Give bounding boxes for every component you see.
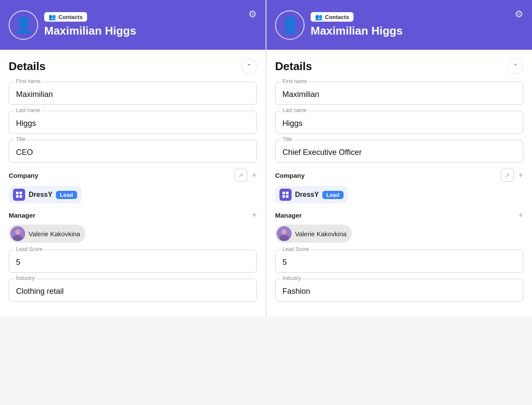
left-company-actions: ↗ + <box>234 169 257 182</box>
right-manager-avatar <box>277 226 292 241</box>
left-details-title: Details <box>9 60 45 73</box>
svg-rect-10 <box>286 195 289 198</box>
left-contacts-icon: 👥 <box>49 13 56 20</box>
left-manager-section: Manager + Valerie Kakovkina <box>9 210 257 243</box>
left-section-header: Details ⌃ <box>9 58 257 74</box>
right-company-section: Company ↗ + <box>275 169 523 203</box>
right-company-name: DressY <box>295 191 319 199</box>
left-manager-chip[interactable]: Valerie Kakovkina <box>9 225 85 243</box>
right-gear-button[interactable]: ⚙ <box>515 9 523 20</box>
right-manager-chip[interactable]: Valerie Kakovkina <box>275 225 352 243</box>
left-gear-button[interactable]: ⚙ <box>248 9 257 20</box>
right-details-title: Details <box>275 60 312 73</box>
left-header-right: 👥 Contacts Maximilian Higgs <box>44 12 257 38</box>
left-lastname-value[interactable]: Higgs <box>16 117 250 128</box>
right-contacts-label: Contacts <box>325 14 349 20</box>
right-panel: 👤 👥 Contacts Maximilian Higgs ⚙ Details … <box>266 0 532 316</box>
right-manager-header: Manager + <box>275 210 523 220</box>
left-leadscore-value[interactable]: 5 <box>16 256 250 267</box>
left-leadscore-label: Lead Score <box>14 246 44 252</box>
left-lastname-label: Last name <box>14 107 42 113</box>
left-header-name: Maximilian Higgs <box>44 24 257 38</box>
right-lastname-value[interactable]: Higgs <box>282 117 516 128</box>
svg-rect-8 <box>286 192 289 194</box>
right-company-header: Company ↗ + <box>275 169 523 182</box>
right-avatar: 👤 <box>275 10 305 40</box>
left-contacts-badge[interactable]: 👥 Contacts <box>44 12 87 22</box>
left-manager-plus-icon: + <box>252 210 257 220</box>
right-contacts-icon: 👥 <box>315 13 322 20</box>
left-manager-label: Manager <box>9 212 36 219</box>
right-firstname-value[interactable]: Maximilian <box>282 88 516 99</box>
left-company-plus-icon: + <box>252 170 257 180</box>
right-manager-name: Valerie Kakovkina <box>295 230 347 238</box>
right-header: 👤 👥 Contacts Maximilian Higgs ⚙ <box>266 0 532 50</box>
right-leadscore-value[interactable]: 5 <box>282 256 516 267</box>
right-company-external-button[interactable]: ↗ <box>501 169 514 182</box>
left-industry-value[interactable]: Clothing retail <box>16 285 250 296</box>
right-firstname-label: First name <box>281 78 309 84</box>
left-lead-badge: Lead <box>56 191 77 199</box>
right-company-plus-icon: + <box>518 170 523 180</box>
right-header-right: 👥 Contacts Maximilian Higgs <box>311 12 523 38</box>
right-manager-plus-icon: + <box>518 210 523 220</box>
left-company-label: Company <box>9 172 38 179</box>
left-title-field: Title CEO <box>9 140 257 163</box>
svg-rect-9 <box>282 195 285 198</box>
left-company-add-button[interactable]: + <box>252 170 257 180</box>
left-firstname-field: First name Maximilian <box>9 82 257 105</box>
right-lead-badge: Lead <box>322 191 343 199</box>
right-manager-label: Manager <box>275 212 302 219</box>
left-manager-avatar <box>10 226 25 241</box>
right-company-chip[interactable]: DressY Lead <box>275 186 348 203</box>
right-contacts-badge[interactable]: 👥 Contacts <box>311 12 354 22</box>
right-company-grid-icon <box>279 189 292 201</box>
right-manager-add-button[interactable]: + <box>518 210 523 220</box>
right-industry-label: Industry <box>281 275 303 281</box>
left-manager-add-button[interactable]: + <box>252 210 257 220</box>
right-panel-body: Details ⌃ First name Maximilian Last nam… <box>266 50 532 316</box>
left-company-name: DressY <box>29 191 52 199</box>
left-company-chip[interactable]: DressY Lead <box>9 186 81 203</box>
left-leadscore-field: Lead Score 5 <box>9 250 257 273</box>
left-lastname-field: Last name Higgs <box>9 111 257 134</box>
left-firstname-label: First name <box>14 78 42 84</box>
left-industry-label: Industry <box>14 275 36 281</box>
left-external-icon: ↗ <box>238 172 243 179</box>
left-title-label: Title <box>14 136 27 142</box>
left-manager-name: Valerie Kakovkina <box>29 230 80 238</box>
left-header: 👤 👥 Contacts Maximilian Higgs ⚙ <box>0 0 266 50</box>
right-industry-value[interactable]: Fashion <box>282 285 516 296</box>
svg-rect-0 <box>16 192 19 194</box>
left-company-section: Company ↗ + <box>9 169 257 203</box>
svg-point-12 <box>282 229 287 235</box>
left-panel-body: Details ⌃ First name Maximilian Last nam… <box>0 50 266 316</box>
right-industry-field: Industry Fashion <box>275 279 523 302</box>
right-header-name: Maximilian Higgs <box>311 24 523 38</box>
left-company-grid-icon <box>13 189 25 201</box>
right-company-actions: ↗ + <box>501 169 523 182</box>
left-panel: 👤 👥 Contacts Maximilian Higgs ⚙ Details … <box>0 0 266 316</box>
svg-rect-7 <box>282 192 285 194</box>
right-company-add-button[interactable]: + <box>518 170 523 180</box>
left-company-external-button[interactable]: ↗ <box>234 169 247 182</box>
left-title-value[interactable]: CEO <box>16 146 250 157</box>
svg-rect-3 <box>19 195 22 198</box>
svg-rect-1 <box>19 192 22 194</box>
left-collapse-button[interactable]: ⌃ <box>241 58 257 74</box>
svg-rect-2 <box>16 195 19 198</box>
right-leadscore-field: Lead Score 5 <box>275 250 523 273</box>
right-external-icon: ↗ <box>505 172 510 179</box>
right-title-field: Title Chief Executive Officer <box>275 140 523 163</box>
left-industry-field: Industry Clothing retail <box>9 279 257 302</box>
left-chevron-up-icon: ⌃ <box>247 63 252 70</box>
right-manager-section: Manager + Valerie Kakovkina <box>275 210 523 243</box>
right-section-header: Details ⌃ <box>275 58 523 74</box>
right-firstname-field: First name Maximilian <box>275 82 523 105</box>
panels-container: 👤 👥 Contacts Maximilian Higgs ⚙ Details … <box>0 0 532 316</box>
left-firstname-value[interactable]: Maximilian <box>16 88 250 99</box>
left-manager-header: Manager + <box>9 210 257 220</box>
right-collapse-button[interactable]: ⌃ <box>508 58 523 74</box>
right-title-value[interactable]: Chief Executive Officer <box>282 146 516 157</box>
left-company-header: Company ↗ + <box>9 169 257 182</box>
